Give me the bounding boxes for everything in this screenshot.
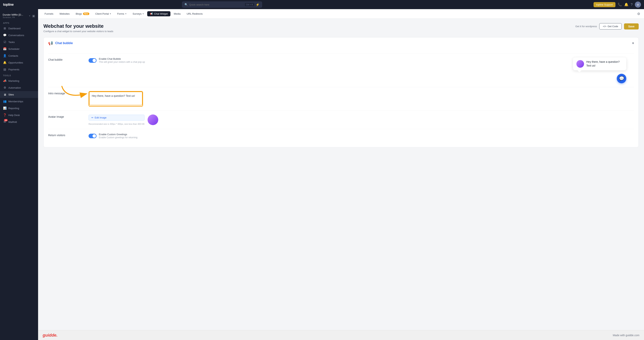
save-button[interactable]: Save xyxy=(624,23,639,29)
sidebar-label-tasks: Tasks xyxy=(8,41,15,43)
dashboard-icon: ⊞ xyxy=(3,27,6,30)
sidebar-account[interactable]: Dunder Mifflin [D... Scranton, PA ▾ ▣ xyxy=(0,11,38,20)
contacts-icon: 👤 xyxy=(3,54,6,57)
tasks-icon: ☑ xyxy=(3,40,6,44)
card-header-title: Chat bubble xyxy=(55,41,73,45)
sidebar-label-helpdesk: Help Desk xyxy=(8,114,20,117)
sidebar-label-conversations: Conversations xyxy=(8,34,24,37)
intro-message-content: Hey there, have a question? Text us! xyxy=(88,91,634,107)
return-toggle-wrap: Enable Custom Greetings Enable Custom gr… xyxy=(88,133,138,139)
return-visitors-toggle[interactable] xyxy=(88,134,96,138)
subnav-media[interactable]: Media xyxy=(171,11,183,16)
megaphone-icon: 📢 xyxy=(48,41,53,45)
sidebar-item-automation[interactable]: ⚙ Automation xyxy=(0,84,38,91)
search-bar[interactable]: 🔍 Ctrl + K ⚡ xyxy=(182,1,262,7)
sidebar-item-helpdesk[interactable]: ❓ Help Desk xyxy=(0,112,38,119)
edit-image-button[interactable]: ✏ Edit Image xyxy=(88,115,144,121)
chat-preview-area: Hey there, have a question? Text us! 💬 xyxy=(149,57,634,83)
return-visitors-label: Return visitors xyxy=(48,133,82,137)
chat-bubble-card: 📢 Chat bubble ▾ Chat bubble xyxy=(44,37,639,147)
subnav-label-websites: Websites xyxy=(60,12,70,15)
subnav-url-redirects[interactable]: URL Redirects xyxy=(184,11,205,16)
page-header: Webchat for your website Configure a cha… xyxy=(44,23,639,33)
conversations-icon: 💬 xyxy=(3,33,6,37)
subnav-chat-widget[interactable]: 📢 Chat Widget xyxy=(147,11,170,16)
sidebar-label-reporting: Reporting xyxy=(8,107,19,110)
sidebar-item-tasks[interactable]: ☑ Tasks xyxy=(0,39,38,45)
subnav-label-funnels: Funnels xyxy=(44,12,53,15)
scheduler-icon: 📅 xyxy=(3,47,6,51)
memberships-icon: 👥 xyxy=(3,100,6,103)
sidebar-item-payments[interactable]: ▤ Payments xyxy=(0,66,38,73)
subnav-websites[interactable]: Websites xyxy=(57,11,72,16)
sidebar-item-opportunities[interactable]: 🔔 Opportunities xyxy=(0,59,38,66)
sidebar-label-dashboard: Dashboard xyxy=(8,27,20,30)
marketing-icon: 📣 xyxy=(3,79,6,83)
return-visitors-content: Enable Custom Greetings Enable Custom gr… xyxy=(88,133,634,139)
enable-chat-bubble-label: Enable Chat Bubble xyxy=(99,57,145,60)
subnav-label-chat-widget-text: Chat Widget xyxy=(154,12,168,15)
sidebar-item-conversations[interactable]: 💬 Conversations xyxy=(0,32,38,39)
client-portal-chevron-icon: ▾ xyxy=(110,12,111,15)
account-chevron-icon: ▾ xyxy=(29,15,30,17)
card-header-chat-bubble[interactable]: 📢 Chat bubble ▾ xyxy=(44,37,638,49)
return-toggle-thumb xyxy=(92,134,96,138)
content-area: Funnels Websites Blogs New Client Portal… xyxy=(38,9,644,340)
subnav: Funnels Websites Blogs New Client Portal… xyxy=(38,9,644,19)
sidebar-item-reporting[interactable]: 📊 Reporting xyxy=(0,105,38,112)
page-title: Webchat for your website xyxy=(44,23,113,29)
intro-message-annotation: Hey there, have a question? Text us! xyxy=(88,91,143,107)
sidebar-item-scheduler[interactable]: 📅 Scheduler xyxy=(0,45,38,52)
sidebar-label-memberships: Memberships xyxy=(8,100,23,103)
sidebar-item-mailfold[interactable]: ✉ 14 Mailfold xyxy=(0,119,38,125)
subnav-forms[interactable]: Forms ▾ xyxy=(114,11,129,16)
subnav-blogs[interactable]: Blogs New xyxy=(73,11,92,16)
sidebar-item-sites[interactable]: 🖥 Sites xyxy=(0,91,38,98)
intro-message-textarea[interactable]: Hey there, have a question? Text us! xyxy=(89,92,142,105)
topnav-logo: topline xyxy=(3,3,14,7)
sidebar-item-dashboard[interactable]: ⊞ Dashboard xyxy=(0,25,38,32)
chat-icon-button[interactable]: 💬 xyxy=(617,74,626,83)
sidebar-label-sites: Sites xyxy=(8,93,14,96)
chat-bubble-toggle[interactable] xyxy=(88,58,96,63)
card-collapse-icon: ▾ xyxy=(632,41,634,45)
subnav-label-media: Media xyxy=(174,12,180,15)
bell-icon[interactable]: 🔔 xyxy=(624,2,628,7)
return-enable-desc: Enable Custom greetings for returning xyxy=(99,136,138,139)
chat-bubble-toggle-wrap: Enable Chat Bubble This will greet your … xyxy=(88,57,145,63)
chat-bubble-content: Enable Chat Bubble This will greet your … xyxy=(88,57,634,83)
search-input[interactable] xyxy=(189,3,243,6)
guidde-logo: guidde. xyxy=(43,333,58,338)
preview-avatar xyxy=(576,60,584,68)
card-header-left: 📢 Chat bubble xyxy=(48,41,73,45)
phone-icon[interactable]: 📞 xyxy=(618,2,622,7)
sidebar-item-memberships[interactable]: 👥 Memberships xyxy=(0,98,38,105)
edit-icon: ✏ xyxy=(92,116,94,119)
sidebar-item-marketing[interactable]: 📣 Marketing xyxy=(0,77,38,84)
toggle-thumb xyxy=(92,59,96,62)
account-sub: Scranton, PA xyxy=(3,16,28,18)
subnav-label-surveys: Surveys xyxy=(132,12,142,15)
help-icon[interactable]: ? xyxy=(631,3,632,7)
wordpress-link[interactable]: Get it for wordpress xyxy=(575,25,597,28)
account-name: Dunder Mifflin [D... xyxy=(3,13,28,16)
avatar-person-image xyxy=(148,115,158,125)
mailfold-icon: ✉ 14 xyxy=(3,120,6,124)
get-code-button[interactable]: </> Get Code xyxy=(599,23,622,29)
avatar-image-label: Avatar Image xyxy=(48,115,82,118)
sidebar-item-contacts[interactable]: 👤 Contacts xyxy=(0,52,38,59)
subnav-client-portal[interactable]: Client Portal ▾ xyxy=(93,11,114,16)
mailfold-badge: 14 xyxy=(4,119,8,121)
support-button[interactable]: topline Support xyxy=(594,2,616,7)
sidebar-collapse-button[interactable]: ▣ xyxy=(32,14,36,18)
user-avatar[interactable]: U xyxy=(635,1,641,7)
subnav-funnels[interactable]: Funnels xyxy=(42,11,56,16)
subnav-surveys[interactable]: Surveys ▾ xyxy=(130,11,146,16)
subnav-label-forms: Forms xyxy=(117,12,124,15)
subnav-settings-icon[interactable]: ⚙ xyxy=(637,12,640,16)
page-subtitle: Configure a chat widget to convert your … xyxy=(44,30,113,33)
code-brackets-icon: </> xyxy=(603,25,606,28)
enable-chat-bubble-desc: This will greet your visitors with a cha… xyxy=(99,61,145,63)
subnav-label-chat-widget: 📢 xyxy=(150,12,153,15)
preview-text: Hey there, have a question? Text us! xyxy=(586,60,623,67)
